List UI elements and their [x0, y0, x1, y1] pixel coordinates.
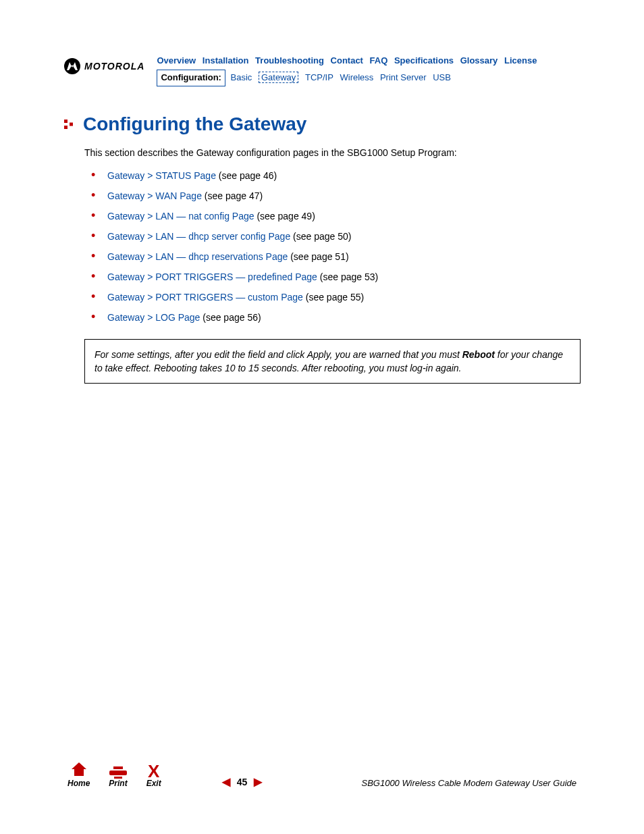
brand-name: MOTOROLA	[84, 61, 144, 72]
nav-contact[interactable]: Contact	[331, 55, 363, 66]
page-ref: (see page 47)	[202, 190, 263, 201]
nav-installation[interactable]: Installation	[203, 55, 249, 66]
page-ref: (see page 49)	[254, 211, 315, 221]
nav-configuration-label: Configuration:	[157, 70, 225, 86]
printer-icon	[109, 766, 127, 779]
nav-troubleshooting[interactable]: Troubleshooting	[255, 55, 324, 66]
list-item: Gateway > LAN — dhcp server config Page …	[91, 231, 580, 242]
home-label: Home	[68, 779, 90, 788]
home-icon	[72, 762, 86, 779]
reboot-note: For some settings, after you edit the fi…	[84, 339, 581, 384]
nav-overview[interactable]: Overview	[157, 55, 196, 66]
page-ref: (see page 56)	[200, 312, 261, 323]
svg-rect-0	[64, 120, 68, 123]
next-page-button[interactable]: ▶	[254, 775, 262, 788]
exit-icon: X	[148, 764, 159, 779]
link-wan[interactable]: Gateway > WAN Page	[107, 190, 202, 201]
subnav-wireless[interactable]: Wireless	[340, 72, 373, 82]
list-item: Gateway > LAN — nat config Page (see pag…	[91, 211, 580, 221]
print-label: Print	[109, 779, 127, 788]
exit-button[interactable]: X Exit	[146, 764, 161, 788]
top-nav: Overview Installation Troubleshooting Co…	[157, 54, 541, 86]
svg-rect-4	[109, 771, 127, 775]
list-item: Gateway > PORT TRIGGERS — custom Page (s…	[91, 292, 580, 303]
prev-page-button[interactable]: ◀	[222, 775, 230, 788]
nav-glossary[interactable]: Glossary	[460, 55, 498, 66]
subnav-tcpip[interactable]: TCP/IP	[305, 72, 333, 82]
list-item: Gateway > STATUS Page (see page 46)	[91, 170, 580, 181]
nav-license[interactable]: License	[504, 55, 537, 66]
intro-text: This section describes the Gateway confi…	[84, 147, 580, 158]
page-ref: (see page 53)	[317, 271, 378, 282]
svg-rect-3	[113, 766, 123, 769]
list-item: Gateway > PORT TRIGGERS — predefined Pag…	[91, 271, 580, 282]
link-lan-dhcp-server[interactable]: Gateway > LAN — dhcp server config Page	[107, 231, 290, 242]
note-bold: Reboot	[462, 349, 495, 360]
subnav-printserver[interactable]: Print Server	[380, 72, 427, 82]
page-navigation: ◀ 45 ▶	[222, 775, 263, 788]
page-ref: (see page 46)	[216, 170, 277, 181]
print-button[interactable]: Print	[109, 766, 127, 788]
list-item: Gateway > LOG Page (see page 56)	[91, 312, 580, 323]
subnav-basic[interactable]: Basic	[231, 72, 252, 82]
svg-rect-2	[70, 122, 73, 126]
list-item: Gateway > LAN — dhcp reservations Page (…	[91, 251, 580, 262]
exit-label: Exit	[146, 779, 161, 788]
document-title: SBG1000 Wireless Cable Modem Gateway Use…	[361, 778, 576, 788]
subnav-gateway[interactable]: Gateway	[259, 72, 298, 83]
page-ref: (see page 51)	[288, 251, 348, 262]
page-ref: (see page 50)	[290, 231, 351, 242]
home-button[interactable]: Home	[68, 762, 90, 788]
link-port-custom[interactable]: Gateway > PORT TRIGGERS — custom Page	[107, 292, 303, 303]
link-lan-dhcp-res[interactable]: Gateway > LAN — dhcp reservations Page	[107, 251, 288, 262]
nav-specifications[interactable]: Specifications	[394, 55, 454, 66]
link-port-predef[interactable]: Gateway > PORT TRIGGERS — predefined Pag…	[107, 271, 317, 282]
link-lan-nat[interactable]: Gateway > LAN — nat config Page	[107, 211, 254, 221]
page-ref: (see page 55)	[303, 292, 364, 303]
nav-faq[interactable]: FAQ	[370, 55, 388, 66]
link-log[interactable]: Gateway > LOG Page	[107, 312, 200, 323]
page-number: 45	[237, 777, 248, 787]
page-footer: Home Print X Exit ◀ 45 ▶ SBG1000 Wireles…	[0, 762, 644, 788]
toc-list: Gateway > STATUS Page (see page 46) Gate…	[91, 170, 580, 323]
list-item: Gateway > WAN Page (see page 47)	[91, 190, 580, 201]
link-status[interactable]: Gateway > STATUS Page	[107, 170, 216, 181]
section-bullet-icon	[64, 120, 74, 129]
brand-logo: MOTOROLA	[64, 58, 144, 74]
page-title: Configuring the Gateway	[83, 113, 306, 135]
svg-rect-1	[64, 126, 68, 129]
note-pre: For some settings, after you edit the fi…	[95, 349, 462, 360]
motorola-batwing-icon	[64, 58, 80, 74]
subnav-usb[interactable]: USB	[433, 72, 451, 82]
